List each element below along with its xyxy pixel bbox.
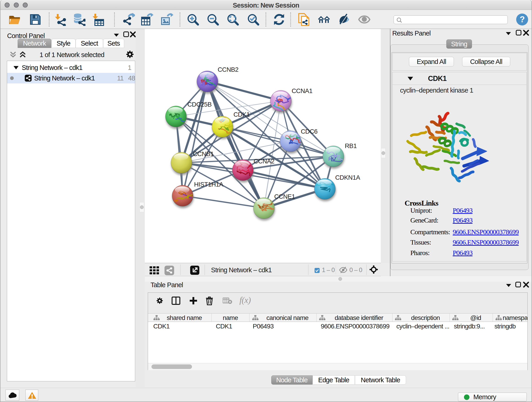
svg-text:CDKN1A: CDKN1A <box>335 174 360 181</box>
svg-text:?: ? <box>520 15 525 24</box>
svg-text:CDC6: CDC6 <box>301 128 317 135</box>
svg-text:CCNA1: CCNA1 <box>292 87 312 95</box>
svg-text:CCNA2: CCNA2 <box>254 158 274 165</box>
svg-text:CCNB2: CCNB2 <box>218 66 239 73</box>
svg-text:CCNB1: CCNB1 <box>193 150 214 157</box>
svg-text:CDC25B: CDC25B <box>187 101 212 108</box>
svg-text:CCNE1: CCNE1 <box>274 193 295 200</box>
svg-text:CDK1: CDK1 <box>234 111 250 118</box>
svg-text:HIST1H1A: HIST1H1A <box>194 181 224 188</box>
svg-text:RB1: RB1 <box>345 142 357 149</box>
